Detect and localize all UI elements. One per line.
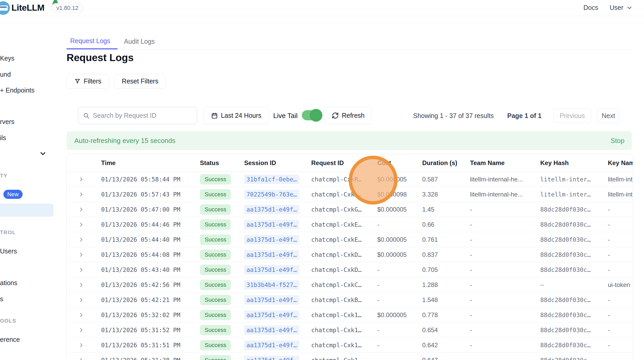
status-badge: Success xyxy=(200,295,231,305)
chevron-right-icon xyxy=(78,342,84,348)
session-id-link[interactable]: aa1375d1-e49f… xyxy=(244,250,299,259)
cell-time: 01/13/2026 05:43:40 PM xyxy=(101,266,200,273)
cell-team-name: - xyxy=(470,221,540,228)
expand-row-button[interactable] xyxy=(67,267,101,273)
next-page-button[interactable]: Next xyxy=(597,108,620,123)
sidebar-collapse-chevron-icon[interactable] xyxy=(39,150,47,158)
expand-row-button[interactable] xyxy=(67,342,101,348)
cell-request-id: chatcmpl-Cxk1… xyxy=(311,342,377,349)
header-request-id: Request ID xyxy=(311,159,377,167)
session-id-link[interactable]: 31bfa1cf-0ebe… xyxy=(244,175,299,184)
expand-row-button[interactable] xyxy=(67,282,101,288)
cell-team-name: - xyxy=(470,357,540,360)
header-key-hash: Key Hash xyxy=(540,159,608,167)
session-id-link[interactable]: aa1375d1-e49f… xyxy=(244,265,299,274)
expand-row-button[interactable] xyxy=(67,252,101,258)
cell-cost: - xyxy=(377,221,422,228)
cell-team-name: - xyxy=(470,296,540,304)
cell-team-name: litellm-internal-he... xyxy=(470,176,540,183)
cell-session-id: aa1375d1-e49f… xyxy=(244,310,311,320)
session-id-link[interactable]: aa1375d1-e49f… xyxy=(244,356,299,360)
sidebar-item-teams[interactable]: s xyxy=(0,295,3,303)
filters-button[interactable]: Filters xyxy=(67,74,109,89)
cell-status: Success xyxy=(200,325,244,335)
refresh-label: Refresh xyxy=(342,112,365,119)
tab-audit-logs[interactable]: Audit Logs xyxy=(120,33,159,49)
cell-status: Success xyxy=(200,250,244,260)
status-badge: Success xyxy=(200,189,231,200)
cell-key-hash: – xyxy=(540,282,608,288)
cell-session-id: 31b3b4b4-f527… xyxy=(244,280,311,290)
cell-session-id: aa1375d1-e49f… xyxy=(244,356,311,360)
session-id-link[interactable]: aa1375d1-e49f… xyxy=(244,295,299,305)
cell-time: 01/13/2026 05:32:02 PM xyxy=(101,312,200,318)
status-badge: Success xyxy=(200,250,231,260)
session-id-link[interactable]: aa1375d1-e49f… xyxy=(244,325,299,335)
expand-row-button[interactable] xyxy=(67,237,101,243)
sidebar-item-organizations[interactable]: ations xyxy=(0,279,17,287)
cell-cost: - xyxy=(377,342,422,349)
cell-team-name: - xyxy=(470,236,540,243)
sidebar-section-observability: TY xyxy=(0,173,8,179)
tab-bar: Request Logs Audit Logs xyxy=(67,33,633,49)
cell-time: 01/13/2026 05:44:40 PM xyxy=(101,236,200,243)
stop-auto-refresh-link[interactable]: Stop xyxy=(611,137,625,145)
filters-button-label: Filters xyxy=(84,77,101,85)
header-status: Status xyxy=(200,159,244,167)
session-id-link[interactable]: 31b3b4b4-f527… xyxy=(244,280,299,290)
sidebar-item-logs-active[interactable] xyxy=(0,204,54,217)
previous-page-button[interactable]: Previous xyxy=(553,108,591,123)
expand-row-button[interactable] xyxy=(67,327,101,333)
session-id-link[interactable]: aa1375d1-e49f… xyxy=(244,341,299,350)
time-range-button[interactable]: Last 24 Hours xyxy=(203,107,269,124)
sidebar-item-users[interactable]: Users xyxy=(0,247,17,255)
nav-user-menu[interactable]: User xyxy=(610,4,633,11)
nav-docs-link[interactable]: Docs xyxy=(583,4,598,11)
cell-cost: $0.000005 xyxy=(377,251,422,258)
tab-request-logs[interactable]: Request Logs xyxy=(67,33,118,49)
expand-row-button[interactable] xyxy=(67,312,101,318)
sidebar-item-guardrails[interactable]: ils xyxy=(0,134,6,142)
cell-status: Success xyxy=(200,189,244,200)
cell-request-id: chatcmpl-Cxk1… xyxy=(311,327,377,333)
session-id-link[interactable]: aa1375d1-e49f… xyxy=(244,235,299,244)
search-box[interactable] xyxy=(78,107,197,124)
live-tail-toggle[interactable] xyxy=(302,110,321,120)
sidebar-item-keys[interactable]: Keys xyxy=(0,55,15,62)
expand-row-button[interactable] xyxy=(67,192,101,197)
expand-row-button[interactable] xyxy=(67,357,101,360)
session-id-link[interactable]: 7022549b-763e… xyxy=(244,190,299,199)
cell-key-name: - xyxy=(608,236,633,243)
session-id-link[interactable]: aa1375d1-e49f… xyxy=(244,205,299,214)
cell-time: 01/13/2026 05:58:44 PM xyxy=(101,176,200,183)
sidebar-item-api-reference[interactable]: erence xyxy=(0,336,20,343)
session-id-link[interactable]: aa1375d1-e49f… xyxy=(244,220,299,229)
sidebar-item-servers[interactable]: rvers xyxy=(0,118,15,126)
search-input[interactable] xyxy=(93,112,193,119)
cell-duration: 0.778 xyxy=(422,311,470,319)
session-id-link[interactable]: aa1375d1-e49f… xyxy=(244,310,299,320)
expand-row-button[interactable] xyxy=(67,176,101,182)
expand-row-button[interactable] xyxy=(67,207,101,212)
reset-filters-button[interactable]: Reset Filters xyxy=(114,74,166,89)
cell-duration: 3.328 xyxy=(422,191,470,198)
table-row: 01/13/2026 05:42:56 PM Success 31b3b4b4-… xyxy=(67,277,633,292)
cell-duration: 0.654 xyxy=(422,326,470,334)
cell-request-id: chatcmpl-Cxk1… xyxy=(311,357,377,360)
cell-status: Success xyxy=(200,295,244,305)
chevron-right-icon xyxy=(78,357,84,360)
cell-key-hash: 88dc28d0f030c… xyxy=(540,327,608,333)
expand-row-button[interactable] xyxy=(67,297,101,303)
header-key-name: Key Name xyxy=(608,159,633,167)
expand-row-button[interactable] xyxy=(67,222,101,227)
refresh-button[interactable]: Refresh xyxy=(324,107,372,124)
cell-session-id: aa1375d1-e49f… xyxy=(244,265,311,274)
sidebar-item-endpoints[interactable]: + Endpoints xyxy=(0,87,35,94)
table-row: 01/13/2026 05:57:43 PM Success 7022549b-… xyxy=(67,187,633,202)
brand-title: LiteLLM xyxy=(11,3,44,13)
sidebar-item-playground[interactable]: und xyxy=(0,71,11,78)
chevron-right-icon xyxy=(78,282,84,288)
cell-session-id: aa1375d1-e49f… xyxy=(244,325,311,335)
cell-session-id: aa1375d1-e49f… xyxy=(244,295,311,305)
auto-refresh-message: Auto-refreshing every 15 seconds xyxy=(74,137,175,145)
